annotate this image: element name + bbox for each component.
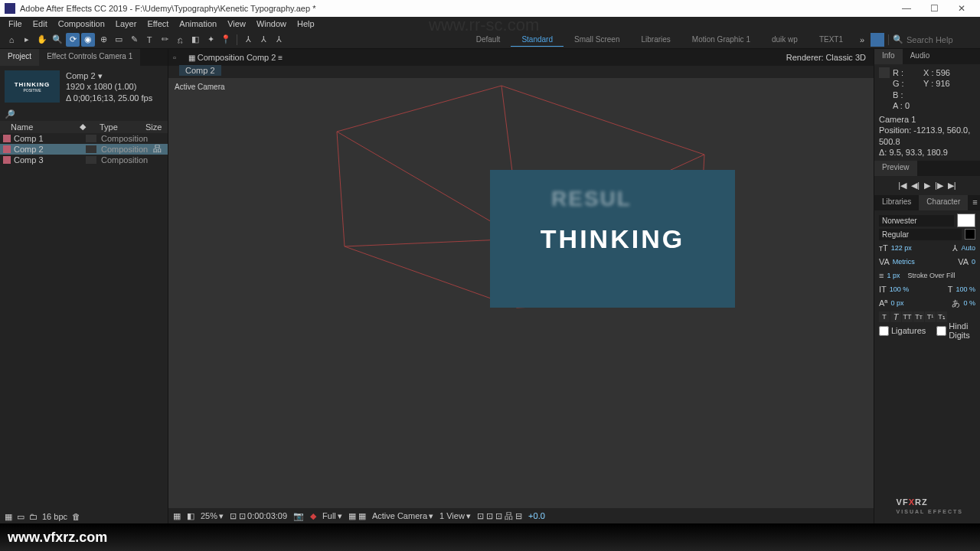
viewer-tab[interactable]: ▦ Composition Comp 2 ≡: [181, 50, 290, 65]
subscript-button[interactable]: T₁: [936, 311, 947, 322]
menu-help[interactable]: Help: [292, 18, 320, 30]
search-input[interactable]: [906, 35, 975, 44]
first-frame-icon[interactable]: |◀: [898, 181, 906, 191]
project-item[interactable]: Comp 1Composition: [0, 133, 168, 144]
workspace-default[interactable]: Default: [466, 33, 511, 47]
tab-info[interactable]: Info: [874, 49, 903, 64]
rectangle-tool[interactable]: ▭: [112, 33, 126, 47]
prev-frame-icon[interactable]: ◀|: [911, 181, 920, 191]
new-comp-icon[interactable]: ▭: [17, 512, 24, 522]
tsume[interactable]: 0 %: [963, 299, 975, 307]
col-size[interactable]: Size: [145, 122, 162, 132]
minimize-button[interactable]: —: [893, 3, 920, 14]
lock-icon[interactable]: ▫: [168, 53, 181, 62]
stroke-width[interactable]: 1 px: [887, 272, 900, 279]
interpret-icon[interactable]: ▦: [5, 512, 12, 522]
stroke-color[interactable]: [965, 229, 975, 240]
col-tag-icon[interactable]: ◆: [80, 122, 100, 132]
menu-view[interactable]: View: [222, 18, 251, 30]
font-family-select[interactable]: Norwester: [879, 215, 954, 227]
all-caps-button[interactable]: TT: [902, 311, 913, 322]
tab-audio[interactable]: Audio: [903, 49, 938, 64]
menu-edit[interactable]: Edit: [28, 18, 53, 30]
menu-file[interactable]: File: [3, 18, 28, 30]
workspace-standard[interactable]: Standard: [511, 33, 564, 47]
hindi-digits-checkbox[interactable]: Hindi Digits: [936, 321, 975, 340]
col-type[interactable]: Type: [100, 122, 145, 132]
menu-effect[interactable]: Effect: [142, 18, 174, 30]
timecode-display[interactable]: ⊡ ⊡ 0:00:03:09: [230, 511, 287, 521]
rotate-tool[interactable]: ◉: [81, 33, 95, 47]
resolution-select[interactable]: Full ▾: [322, 511, 342, 521]
tab-character[interactable]: Character: [919, 195, 968, 210]
menu-composition[interactable]: Composition: [53, 18, 110, 30]
next-frame-icon[interactable]: |▶: [935, 181, 943, 191]
grid-icon[interactable]: ▦: [173, 511, 181, 521]
selection-tool[interactable]: ▸: [20, 33, 34, 47]
transparency-icon[interactable]: ▦ ▦: [348, 511, 366, 521]
stroke-option[interactable]: Stroke Over Fill: [907, 272, 955, 279]
superscript-button[interactable]: T¹: [925, 311, 936, 322]
cc-tool-icon[interactable]: [871, 33, 884, 47]
faux-bold-button[interactable]: T: [879, 311, 890, 322]
world-axis-icon[interactable]: ⅄: [256, 33, 270, 47]
menu-layer[interactable]: Layer: [110, 18, 142, 30]
home-icon[interactable]: ⌂: [5, 33, 18, 47]
pan-behind-tool[interactable]: ⊕: [96, 33, 110, 47]
breadcrumb[interactable]: Comp 2: [179, 65, 221, 76]
trash-icon[interactable]: 🗑: [72, 512, 80, 521]
toggle-alpha-icon[interactable]: ◧: [187, 511, 194, 521]
eraser-tool[interactable]: ◧: [188, 33, 202, 47]
faux-italic-button[interactable]: T: [890, 311, 901, 322]
project-item[interactable]: Comp 3Composition: [0, 155, 168, 165]
view-axis-icon[interactable]: ⅄: [272, 33, 286, 47]
workspace-duik[interactable]: duik wp: [761, 33, 808, 47]
bpc-label[interactable]: 16 bpc: [42, 512, 67, 521]
tracking[interactable]: 0: [972, 258, 975, 266]
tab-project[interactable]: Project: [0, 49, 39, 66]
tab-libraries[interactable]: Libraries: [874, 195, 919, 210]
workspace-small-screen[interactable]: Small Screen: [564, 33, 630, 47]
renderer-select[interactable]: Classic 3D: [825, 53, 866, 62]
maximize-button[interactable]: ☐: [920, 3, 948, 14]
workspace-overflow-icon[interactable]: »: [855, 33, 869, 47]
clone-tool[interactable]: ⎌: [173, 33, 187, 47]
puppet-tool[interactable]: 📍: [219, 33, 233, 47]
tab-preview[interactable]: Preview: [874, 161, 917, 176]
new-folder-icon[interactable]: 🗀: [29, 512, 38, 521]
menu-window[interactable]: Window: [251, 18, 292, 30]
view-options-icons[interactable]: ⊡ ⊡ ⊡ 品 ⊟: [477, 510, 522, 522]
font-size[interactable]: 122 px: [891, 244, 912, 252]
col-name[interactable]: Name: [3, 122, 80, 132]
fill-color[interactable]: [957, 214, 975, 227]
hand-tool[interactable]: ✋: [35, 33, 49, 47]
snapshot-icon[interactable]: 📷: [293, 511, 304, 521]
zoom-select[interactable]: 25% ▾: [201, 511, 224, 521]
close-button[interactable]: ✕: [948, 3, 975, 14]
views-select[interactable]: 1 View ▾: [439, 511, 471, 521]
leading[interactable]: Auto: [961, 244, 975, 252]
project-item[interactable]: Comp 2Composition品: [0, 144, 168, 155]
menu-animation[interactable]: Animation: [174, 18, 222, 30]
workspace-text[interactable]: TEXT1: [808, 33, 854, 47]
vscale[interactable]: 100 %: [890, 285, 910, 293]
tab-effect-controls[interactable]: Effect Controls Camera 1: [39, 49, 140, 66]
small-caps-button[interactable]: Tт: [913, 311, 924, 322]
viewport[interactable]: Active Camera RESUL THINKING: [168, 78, 874, 508]
orbit-camera-tool[interactable]: ⟳: [66, 33, 80, 47]
ligatures-checkbox[interactable]: Ligatures: [879, 326, 926, 336]
font-style-select[interactable]: Regular: [879, 229, 962, 240]
kerning[interactable]: Metrics: [893, 258, 915, 266]
brush-tool[interactable]: ✏: [158, 33, 172, 47]
region-icon[interactable]: ◆: [310, 511, 316, 521]
project-search[interactable]: 🔎: [0, 108, 168, 121]
camera-select[interactable]: Active Camera ▾: [372, 511, 433, 521]
last-frame-icon[interactable]: ▶|: [948, 181, 956, 191]
exposure-value[interactable]: +0.0: [528, 511, 545, 520]
type-tool[interactable]: T: [142, 33, 156, 47]
hscale[interactable]: 100 %: [956, 285, 975, 293]
local-axis-icon[interactable]: ⅄: [241, 33, 255, 47]
play-icon[interactable]: ▶: [924, 181, 930, 191]
search-help[interactable]: 🔍: [893, 34, 975, 44]
workspace-libraries[interactable]: Libraries: [630, 33, 681, 47]
